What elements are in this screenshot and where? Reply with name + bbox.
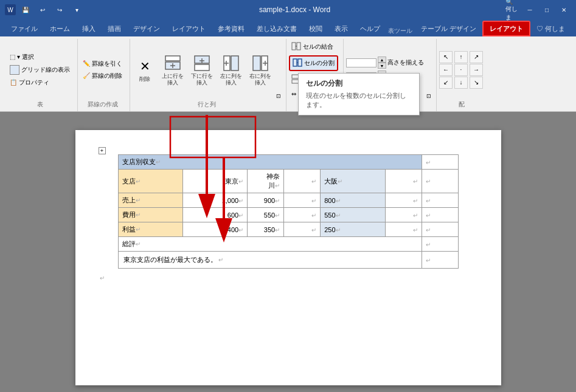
svg-rect-0	[165, 56, 180, 61]
search-button[interactable]: 🔍 何しま	[505, 2, 520, 17]
table-row-summary-text: 東京支店の利益が最大である。 ↵ ↵	[118, 252, 458, 269]
insert-right-button[interactable]: 右に列を挿入	[247, 52, 274, 88]
expenses-sep-cell: ↵	[284, 208, 321, 222]
header-sep-cell: ↵	[284, 170, 321, 193]
erase-border-button[interactable]: 🧹 罫線の削除	[80, 70, 125, 81]
expenses-end-cell: ↵	[422, 208, 458, 222]
height-up-button[interactable]: ▲	[378, 57, 386, 63]
split-cells-label: セルの分割	[304, 59, 335, 67]
table-handle[interactable]: +	[99, 147, 106, 154]
title-bar: W 💾 ↩ ↪ ▾ sample-1.docx - Word 🔍 何しま ─ □…	[0, 0, 576, 19]
tab-help[interactable]: ヘルプ	[354, 21, 386, 36]
profit-sep-cell: ↵	[284, 222, 321, 237]
insert-above-icon	[163, 53, 182, 73]
insert-left-button[interactable]: 左に列を挿入	[218, 52, 245, 88]
align-bl-button[interactable]: ↙	[439, 77, 453, 89]
tab-table-design[interactable]: テーブル デザイン	[415, 21, 482, 36]
save-button[interactable]: 💾	[18, 2, 33, 17]
expenses-kanagawa-cell: 550↵	[248, 208, 284, 222]
tooltip-description: 現在のセルを複数のセルに分割します。	[306, 91, 412, 110]
minimize-button[interactable]: ─	[522, 2, 537, 17]
tab-draw[interactable]: 描画	[102, 21, 127, 36]
prop-icon: 📋	[10, 79, 17, 86]
align-ml-button[interactable]: ←	[439, 64, 453, 76]
tab-home[interactable]: ホーム	[44, 21, 76, 36]
tab-insert[interactable]: 挿入	[76, 21, 102, 36]
ribbon-section-align: ↖ ↑ ↗ ← · → ↙ ↓ ↘ 配	[437, 39, 489, 111]
align-section-label: 配	[439, 99, 484, 110]
table-section-content: ⬚ ▾ 選択 グリッド線の表示 📋 プロパティ	[7, 40, 72, 99]
borders-section-content: ✏️ 罫線を引く 🧹 罫線の削除	[80, 40, 125, 99]
delete-icon: ✕	[135, 57, 154, 76]
erase-border-label: 罫線の削除	[92, 72, 122, 80]
undo-button[interactable]: ↩	[35, 2, 50, 17]
draw-border-label: 罫線を引く	[92, 60, 122, 68]
tab-mailings[interactable]: 差し込み文書	[251, 21, 303, 36]
cellsize-expand-icon[interactable]: ⊡	[426, 93, 431, 99]
align-tl-button[interactable]: ↖	[439, 51, 453, 63]
table-section-label: 表	[7, 99, 72, 110]
align-br-button[interactable]: ↘	[470, 77, 483, 89]
sales-osaka-cell: 800↵	[321, 193, 385, 208]
tab-view[interactable]: 表示	[328, 21, 354, 36]
tab-file[interactable]: ファイル	[5, 21, 44, 36]
table-tools-label: 表ツール	[388, 27, 412, 36]
sales-sep-cell: ↵	[284, 193, 321, 208]
summary-text-end-cell: ↵	[422, 252, 458, 269]
split-cells-button[interactable]: セルの分割	[289, 55, 338, 71]
svg-rect-20	[298, 59, 302, 66]
ribbon-section-borders: ✏️ 罫線を引く 🧹 罫線の削除 罫線の作成	[78, 39, 130, 111]
tab-design[interactable]: デザイン	[127, 21, 166, 36]
close-button[interactable]: ✕	[557, 2, 571, 17]
sales-tokyo-cell: 1,000↵	[182, 193, 247, 208]
properties-button[interactable]: 📋 プロパティ	[7, 77, 72, 88]
delete-label: 削除	[139, 76, 150, 83]
insert-left-icon	[221, 53, 241, 73]
align-tr-button[interactable]: ↗	[470, 51, 483, 63]
height-input[interactable]	[346, 58, 376, 67]
borders-section-label: 罫線の作成	[80, 99, 125, 110]
eraser-icon: 🧹	[83, 72, 90, 79]
align-mc-button[interactable]: ·	[454, 64, 468, 76]
table-title-row: 支店別収支↵ ↵	[118, 155, 458, 170]
select-label: ▾ 選択	[17, 53, 34, 61]
select-button[interactable]: ⬚ ▾ 選択	[7, 52, 72, 63]
svg-rect-19	[293, 59, 297, 66]
expenses-osaka-cell: 550↵	[321, 208, 385, 222]
rowscols-expand-icon[interactable]: ⊡	[276, 93, 281, 99]
insert-above-button[interactable]: 上に行を挿入	[159, 52, 186, 88]
height-label: 高さを揃える	[387, 58, 424, 67]
tab-search-help[interactable]: ♡ 何しま	[530, 21, 571, 36]
summary-label-cell: 総評↵	[118, 237, 422, 252]
tab-table-layout[interactable]: レイアウト	[482, 21, 530, 36]
tab-review[interactable]: 校閲	[303, 21, 328, 36]
header-tokyo-cell: 東京↵	[182, 170, 247, 193]
tab-references[interactable]: 参考資料	[212, 21, 251, 36]
profit-label-cell: 利益↵	[118, 222, 182, 237]
align-mr-button[interactable]: →	[470, 64, 483, 76]
svg-rect-17	[297, 43, 300, 50]
ribbon-section-table: ⬚ ▾ 選択 グリッド線の表示 📋 プロパティ 表	[5, 39, 78, 111]
redo-button[interactable]: ↪	[52, 2, 67, 17]
tooltip-title: セルの分割	[306, 78, 412, 89]
header-end-cell: ↵	[422, 170, 458, 193]
merge-cells-button[interactable]: セルの結合	[289, 40, 338, 53]
height-down-button[interactable]: ▼	[378, 63, 386, 69]
document-table: 支店別収支↵ ↵ 支店↵ 東京↵ 神奈川↵ ↵ 大阪↵ ↵ ↵ 売上↵ 1,00…	[118, 154, 459, 269]
doc-paragraph-mark: ↵	[100, 275, 477, 281]
insert-below-button[interactable]: 下に行を挿入	[189, 52, 215, 88]
delete-button[interactable]: ✕ 削除	[133, 55, 157, 84]
gridlines-label: グリッド線の表示	[21, 66, 70, 74]
profit-extra-cell: ↵	[385, 222, 422, 237]
align-bc-button[interactable]: ↓	[454, 77, 468, 89]
maximize-button[interactable]: □	[540, 2, 554, 17]
align-tc-button[interactable]: ↑	[454, 51, 468, 63]
draw-border-button[interactable]: ✏️ 罫線を引く	[80, 58, 125, 69]
expenses-extra-cell: ↵	[385, 208, 422, 222]
tab-layout[interactable]: レイアウト	[166, 21, 212, 36]
svg-rect-5	[195, 64, 209, 70]
align-section-content: ↖ ↑ ↗ ← · → ↙ ↓ ↘	[439, 40, 484, 99]
svg-rect-16	[292, 43, 296, 50]
gridlines-button[interactable]: グリッド線の表示	[7, 64, 72, 76]
customize-qat-button[interactable]: ▾	[69, 2, 84, 17]
